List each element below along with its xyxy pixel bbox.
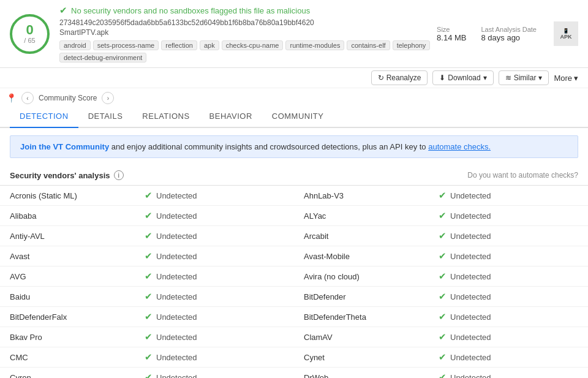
vendor-status-right: ✔Undetected [429,186,588,206]
vendor-name-right: ALYac [294,206,429,226]
tag: telephony [393,40,431,50]
info-icon[interactable]: i [114,170,124,180]
table-row: Bkav Pro✔UndetectedClamAV✔Undetected [0,327,588,347]
check-icon: ✔ [145,251,153,262]
status-text: Undetected [156,333,197,342]
check-icon: ✔ [145,372,153,378]
tag: checks-cpu-name [222,40,284,50]
vendor-name-left: Antiy-AVL [0,226,135,246]
tags-row: androidsets-process-namereflectionapkche… [59,40,437,62]
more-button[interactable]: More ▾ [554,74,578,83]
section-title: Security vendors' analysis i [10,170,124,180]
status-text: Undetected [156,252,197,261]
checkmark-icon: ✔ [59,5,67,16]
check-icon: ✔ [439,230,447,241]
status-text: Undetected [450,312,491,322]
check-icon: ✔ [145,190,153,201]
vendor-status-right: ✔Undetected [429,368,588,379]
vendor-name-right: Cynet [294,347,429,368]
meta-block: Size 8.14 MB Last Analysis Date 8 days a… [437,26,537,42]
tag: runtime-modules [285,40,344,50]
check-icon: ✔ [439,331,447,342]
vendor-name-left: Bkav Pro [0,327,135,347]
vendor-name-right: BitDefender [294,287,429,307]
status-text: Undetected [156,353,197,362]
vendor-status-right: ✔Undetected [429,327,588,347]
detection-table: Acronis (Static ML)✔UndetectedAhnLab-V3✔… [0,185,588,378]
vendor-status-left: ✔Undetected [135,368,294,379]
check-icon: ✔ [145,210,153,221]
size-meta: Size 8.14 MB [437,26,466,42]
vendor-name-left: Cyren [0,368,135,379]
download-button[interactable]: ⬇ Download ▾ [432,70,493,85]
status-text: Undetected [156,211,197,221]
status-text: Undetected [156,272,197,281]
check-icon: ✔ [439,271,447,282]
table-row: Avast✔UndetectedAvast-Mobile✔Undetected [0,246,588,266]
table-row: BitDefenderFalx✔UndetectedBitDefenderThe… [0,307,588,327]
tag: apk [200,40,219,50]
more-chevron-icon: ▾ [574,74,578,83]
vendor-status-left: ✔Undetected [135,327,294,347]
vendor-name-left: Acronis (Static ML) [0,186,135,206]
vendor-status-left: ✔Undetected [135,246,294,266]
vendor-name-left: BitDefenderFalx [0,307,135,327]
tab-relations[interactable]: RELATIONS [132,105,199,128]
vendor-name-right: ClamAV [294,327,429,347]
table-row: Cyren✔UndetectedDrWeb✔Undetected [0,368,588,379]
check-icon: ✔ [439,311,447,322]
status-text: Undetected [450,232,491,241]
reanalyze-button[interactable]: ↻ Reanalyze [371,70,428,85]
community-banner: Join the VT Community and enjoy addition… [10,135,578,158]
tag: contains-elf [347,40,390,50]
safe-message: ✔ No security vendors and no sandboxes f… [59,5,437,16]
vendor-name-right: Avira (no cloud) [294,266,429,287]
status-text: Undetected [450,292,491,301]
check-icon: ✔ [439,210,447,221]
vendor-status-left: ✔Undetected [135,186,294,206]
prev-arrow[interactable]: ‹ [21,92,34,104]
score-circle: 0 / 65 [10,14,50,54]
vendor-name-left: AVG [0,266,135,287]
table-row: Alibaba✔UndetectedALYac✔Undetected [0,206,588,226]
automate-checks-link[interactable]: automate checks. [428,142,491,151]
pin-icon: 📍 [6,93,17,103]
next-arrow[interactable]: › [102,92,114,104]
tab-detection[interactable]: DETECTION [10,105,78,128]
vendor-status-right: ✔Undetected [429,307,588,327]
section-header: Security vendors' analysis i Do you want… [0,165,588,185]
vendor-status-right: ✔Undetected [429,226,588,246]
table-row: AVG✔UndetectedAvira (no cloud)✔Undetecte… [0,266,588,287]
status-text: Undetected [450,272,491,281]
check-icon: ✔ [439,372,447,378]
tab-behavior[interactable]: BEHAVIOR [200,105,262,128]
similar-button[interactable]: ≋ Similar ▾ [499,70,549,85]
vendor-name-right: AhnLab-V3 [294,186,429,206]
tab-community[interactable]: COMMUNITY [262,105,334,128]
size-label: Size [437,26,466,33]
check-icon: ✔ [145,311,153,322]
status-text: Undetected [156,191,197,200]
table-row: Acronis (Static ML)✔UndetectedAhnLab-V3✔… [0,186,588,206]
community-score-label: Community Score [39,94,97,102]
table-row: Antiy-AVL✔UndetectedArcabit✔Undetected [0,226,588,246]
vendor-name-right: DrWeb [294,368,429,379]
vendor-name-left: CMC [0,347,135,368]
status-text: Undetected [450,252,491,261]
status-text: Undetected [450,353,491,362]
score-total: / 65 [24,37,35,44]
vendor-status-left: ✔Undetected [135,266,294,287]
check-icon: ✔ [439,291,447,302]
vendor-status-right: ✔Undetected [429,347,588,368]
vendor-status-left: ✔Undetected [135,226,294,246]
vendor-name-right: BitDefenderTheta [294,307,429,327]
vendor-name-left: Baidu [0,287,135,307]
vt-community-link[interactable]: Join the VT Community [20,142,109,151]
header-actions: Size 8.14 MB Last Analysis Date 8 days a… [437,21,578,46]
tab-details[interactable]: DETAILS [78,105,133,128]
status-text: Undetected [156,312,197,322]
check-icon: ✔ [439,251,447,262]
vendor-status-left: ✔Undetected [135,206,294,226]
check-icon: ✔ [145,271,153,282]
check-icon: ✔ [145,230,153,241]
